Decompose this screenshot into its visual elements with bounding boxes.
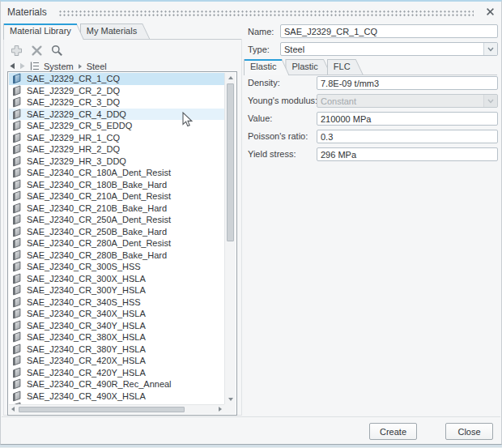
list-item[interactable]: SAE_J2340_CR_300S_HSS — [9, 261, 224, 273]
list-item[interactable]: SAE_J2340_CR_180A_Dent_Resist — [9, 167, 224, 179]
field-input-density[interactable] — [317, 76, 498, 90]
list-item[interactable]: SAE_J2329_HR_1_CQ — [9, 132, 224, 144]
list-item[interactable]: SAE_J2329_CR_5_EDDQ — [9, 120, 224, 132]
list-item-label: SAE_J2340_CR_380Y_HSLA — [27, 344, 146, 354]
name-input[interactable] — [280, 24, 498, 38]
tab-my-materials[interactable]: My Materials — [80, 23, 150, 39]
material-icon — [12, 355, 22, 366]
list-item[interactable]: SAE_J2340_CR_300X_HSLA — [9, 273, 224, 285]
material-icon — [12, 320, 22, 331]
tab-elastic[interactable]: Elastic — [244, 59, 289, 75]
list-item[interactable]: SAE_J2340_CR_280A_Dent_Resist — [9, 237, 224, 250]
breadcrumb-separator-icon — [79, 64, 82, 69]
list-item[interactable]: SAE_J2340_CR_420X_HSLA — [9, 355, 224, 367]
list-item-label: SAE_J2329_CR_2_DQ — [27, 86, 120, 96]
tree-view-button[interactable] — [30, 62, 40, 70]
field-label-value: Value: — [248, 113, 272, 123]
name-label: Name: — [248, 27, 274, 37]
field-input-yield-stress[interactable] — [317, 147, 498, 161]
field-label-young-s-modulus: Young's modulus: — [248, 96, 317, 105]
scroll-down-icon[interactable] — [228, 398, 233, 401]
dialog-close-button[interactable] — [483, 6, 496, 19]
list-item-label: SAE_J2340_CR_280B_Bake_Hard — [27, 250, 167, 260]
material-icon — [12, 167, 22, 178]
list-item-label: SAE_J2340_CR_490R_Rec_Anneal — [27, 379, 172, 389]
list-item[interactable]: SAE_J2340_CR_340S_HSS — [9, 297, 224, 309]
breadcrumb-item-steel[interactable]: Steel — [87, 62, 107, 71]
tab-plastic[interactable]: Plastic — [285, 59, 330, 75]
list-item[interactable]: SAE_J2340_CR_490X_HSLA — [9, 390, 224, 403]
material-icon — [12, 73, 22, 84]
drag-handle-dots[interactable] — [58, 10, 474, 16]
scroll-right-icon[interactable] — [219, 407, 222, 412]
list-item-label: SAE_J2340_CR_210A_Dent_Resist — [27, 191, 171, 201]
list-item[interactable]: SAE_J2329_CR_3_DQ — [9, 96, 224, 109]
field-dropdown-young-s-modulus: Constant — [317, 94, 498, 108]
material-icon — [12, 96, 22, 108]
list-item-label: SAE_J2329_HR_2_DQ — [27, 144, 120, 154]
tab-flc[interactable]: FLC — [327, 59, 364, 75]
dialog-title: Materials — [7, 6, 47, 18]
close-button[interactable]: Close — [445, 423, 493, 440]
list-item[interactable]: SAE_J2329_CR_1_CQ — [9, 73, 224, 85]
list-item[interactable]: SAE_J2329_CR_2_DQ — [9, 85, 224, 97]
search-icon — [50, 44, 64, 58]
material-list-rows: SAE_J2329_CR_1_CQSAE_J2329_CR_2_DQSAE_J2… — [9, 73, 224, 404]
list-item[interactable]: SAE_J2329_HR_3_DDQ — [9, 156, 224, 168]
material-icon — [12, 297, 22, 308]
create-button[interactable]: Create — [369, 423, 417, 440]
library-toolbar — [9, 43, 64, 58]
field-input-value[interactable] — [317, 112, 498, 126]
field-value: Constant — [317, 95, 483, 107]
field-input-poisson-s-ratio[interactable] — [317, 130, 498, 143]
list-item-label: SAE_J2329_CR_1_CQ — [27, 74, 120, 83]
list-item[interactable]: SAE_J2340_CR_210A_Dent_Resist — [9, 190, 224, 203]
list-item[interactable]: SAE_J2340_CR_250B_Bake_Hard — [9, 226, 224, 238]
chevron-down-icon — [487, 47, 494, 52]
history-forward-button[interactable] — [19, 62, 26, 70]
material-icon — [12, 156, 22, 167]
list-item[interactable]: SAE_J2340_CR_280B_Bake_Hard — [9, 250, 224, 262]
list-item[interactable]: SAE_J2340_CR_420Y_HSLA — [9, 367, 224, 379]
list-item[interactable]: SAE_J2340_CR_180B_Bake_Hard — [9, 179, 224, 191]
horizontal-scroll-thumb[interactable] — [19, 407, 185, 412]
scrollbar-corner — [224, 404, 236, 414]
vertical-scroll-thumb[interactable] — [227, 83, 234, 241]
scroll-left-icon[interactable] — [11, 407, 15, 412]
breadcrumb: SystemSteel — [9, 61, 107, 71]
material-icon — [12, 250, 22, 261]
type-dropdown-button[interactable] — [483, 43, 497, 55]
list-item[interactable]: SAE_J2329_HR_2_DQ — [9, 143, 224, 156]
material-icon — [12, 343, 22, 355]
field-label-yield-stress: Yield stress: — [248, 149, 296, 159]
list-item-label: SAE_J2340_CR_340Y_HSLA — [27, 321, 146, 331]
delete-material-button[interactable] — [29, 43, 44, 58]
list-item[interactable]: SAE_J2340_CR_300Y_HSLA — [9, 284, 224, 297]
horizontal-scrollbar[interactable] — [9, 404, 224, 414]
list-tree-icon — [30, 62, 40, 70]
type-dropdown[interactable]: Steel — [280, 42, 498, 56]
title-bar: Materials — [1, 2, 501, 22]
history-back-button[interactable] — [9, 62, 15, 70]
add-material-button[interactable] — [9, 43, 23, 58]
list-item-label: SAE_J2340_CR_300X_HSLA — [27, 274, 146, 284]
list-item[interactable]: SAE_J2340_CR_340X_HSLA — [9, 308, 224, 320]
vertical-scrollbar[interactable] — [224, 73, 236, 404]
scroll-up-icon[interactable] — [228, 76, 233, 79]
material-icon — [12, 367, 22, 378]
tab-material-library[interactable]: Material Library — [3, 23, 84, 40]
list-item-label: SAE_J2329_HR_1_CQ — [27, 133, 120, 143]
breadcrumb-item-system[interactable]: System — [44, 62, 74, 71]
list-item[interactable]: SAE_J2340_CR_250A_Dent_Resist — [9, 214, 224, 226]
list-item-label: SAE_J2340_CR_340S_HSS — [27, 297, 141, 307]
list-item-label: SAE_J2340_CR_250A_Dent_Resist — [27, 215, 171, 224]
footer-separator — [2, 416, 500, 417]
list-item[interactable]: SAE_J2340_CR_210B_Bake_Hard — [9, 203, 224, 215]
list-item[interactable]: SAE_J2340_CR_340Y_HSLA — [9, 320, 224, 332]
list-item[interactable]: SAE_J2340_CR_380X_HSLA — [9, 331, 224, 343]
list-item-label: SAE_J2340_CR_490X_HSLA — [27, 391, 146, 401]
list-item[interactable]: SAE_J2340_CR_490R_Rec_Anneal — [9, 378, 224, 390]
find-material-button[interactable] — [49, 43, 64, 58]
list-item[interactable]: SAE_J2340_CR_380Y_HSLA — [9, 343, 224, 356]
list-item[interactable]: SAE_J2329_CR_4_DDQ — [9, 109, 224, 121]
